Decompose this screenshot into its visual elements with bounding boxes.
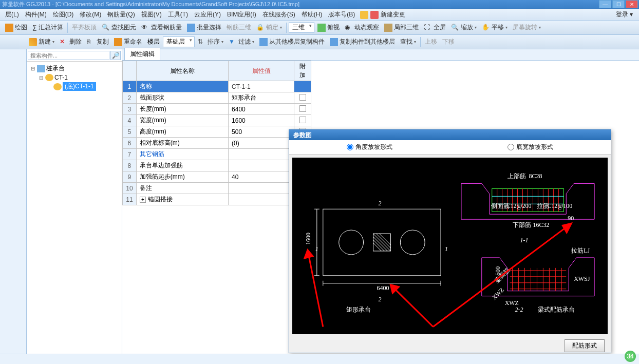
maximize-button[interactable]: ☐ [612,0,625,8]
sort-button[interactable]: ⇅排序▾ [196,36,225,47]
find-button[interactable]: 查找▾ [398,36,418,47]
rename-button[interactable]: 重命名 [112,36,144,47]
new-change-label[interactable]: 新建变更 [381,10,405,19]
menu-component[interactable]: 构件(M) [22,9,50,20]
property-row[interactable]: 3长度(mm)6400 [123,104,311,115]
property-row[interactable]: 5高度(mm)500 [123,126,311,138]
new-change-icon[interactable] [370,11,379,19]
prop-value[interactable] [229,149,294,160]
property-row[interactable]: 7其它钢筋 [123,149,311,160]
pan-button[interactable]: ✋平移▾ [480,22,510,33]
search-box: 🔎 [27,49,122,62]
rebar-3d-button[interactable]: 钢筋三维 [224,22,253,33]
property-row[interactable]: 9加强筋起步(mm)40 [123,171,311,183]
screen-rotate-button[interactable]: 屏幕旋转▾ [511,22,543,33]
property-row[interactable]: 11+锚固搭接 [123,194,311,205]
col-value: 属性值 [229,61,294,81]
prop-value[interactable] [229,160,294,171]
svg-text:2: 2 [378,200,381,207]
copy-to-floor-button[interactable]: 复制构件到其他楼层 [328,36,397,47]
prop-value[interactable]: (0) [229,138,294,149]
menu-cloud[interactable]: 云应用(Y) [191,9,224,20]
menu-bim[interactable]: BIM应用(I) [224,9,259,20]
local-3d-button[interactable]: 局部三维 [382,22,421,33]
property-row[interactable]: 1名称CT-1-1 [123,81,311,92]
radio-width[interactable]: 底宽放坡形式 [508,143,553,151]
move-down-button[interactable]: 下移 [440,36,457,47]
prop-name: +锚固搭接 [136,194,228,205]
summary-button[interactable]: ∑ 汇总计算 [30,22,65,33]
property-row[interactable]: 4宽度(mm)1600 [123,115,311,126]
login-button[interactable]: 登录 ▾ [616,10,633,19]
property-row[interactable]: 8承台单边加强筋 [123,160,311,171]
menu-rebar[interactable]: 钢筋量(Q) [104,9,138,20]
menu-bar: 层(L) 构件(M) 绘图(D) 修改(M) 钢筋量(Q) 视图(V) 工具(T… [0,9,639,21]
view-rebar-button[interactable]: 👁查看钢筋量 [139,22,184,33]
new-button[interactable]: 新建▾ [27,36,57,47]
prop-attach[interactable] [294,115,311,126]
svg-point-1 [339,230,364,255]
prop-name: 其它钢筋 [136,149,228,160]
move-up-button[interactable]: 上移 [423,36,439,47]
menu-draw[interactable]: 绘图(D) [50,9,77,20]
search-go-button[interactable]: 🔎 [110,51,121,60]
prop-value[interactable]: 矩形承台 [229,92,294,104]
radio-angle[interactable]: 角度放坡形式 [347,143,392,151]
menu-online[interactable]: 在线服务(S) [259,9,298,20]
property-row[interactable]: 10备注 [123,183,311,194]
tree-root[interactable]: ⊟桩承台 [28,64,121,73]
menu-tools[interactable]: 工具(T) [165,9,191,20]
fullscreen-icon: ⛶ [424,24,432,32]
close-button[interactable]: ✕ [626,0,638,8]
draw-button[interactable]: 绘图 [3,22,29,33]
flat-top-button[interactable]: 平齐板顶 [70,22,99,33]
lock-button[interactable]: 🔒锁定▾ [254,22,284,33]
prop-value[interactable]: 1600 [229,115,294,126]
tree-ct1[interactable]: ⊟CT-1 [28,73,121,82]
menu-help[interactable]: 帮助(H) [298,9,326,20]
menu-view[interactable]: 视图(V) [138,9,165,20]
prop-attach[interactable] [294,81,311,92]
minimize-button[interactable]: — [599,0,611,8]
prop-value[interactable]: 500 [229,126,294,138]
svg-text:C12@200: C12@200 [506,202,532,209]
export-icon [330,38,338,46]
prop-value[interactable]: 6400 [229,104,294,115]
fullscreen-button[interactable]: ⛶全屏 [422,22,448,33]
svg-text:8C28: 8C28 [529,173,542,180]
prop-value[interactable] [229,194,294,205]
property-row[interactable]: 2截面形状矩形承台 [123,92,311,104]
find-element-button[interactable]: 🔍查找图元 [100,22,138,33]
star-icon[interactable] [360,11,368,19]
rebar-form-button[interactable]: 配筋形式 [565,339,605,352]
prop-value[interactable] [229,183,294,194]
prop-attach[interactable] [294,92,311,104]
checkbox[interactable] [299,105,306,112]
checkbox[interactable] [299,117,306,123]
filter-button[interactable]: ▼过滤▾ [227,36,256,47]
zoom-button[interactable]: 🔍缩放▾ [449,22,479,33]
menu-modify[interactable]: 修改(M) [77,9,104,20]
tab-property[interactable]: 属性编辑 [124,48,160,60]
copy-button[interactable]: ⎘复制 [85,36,111,47]
new-icon [29,38,37,46]
menu-floor[interactable]: 层(L) [2,9,22,20]
top-view-button[interactable]: 俯视 [315,22,342,33]
delete-button[interactable]: ✕删除 [58,36,84,47]
notification-badge[interactable]: 34 [625,351,636,362]
view-3d-select[interactable]: 三维 [289,22,314,33]
checkbox[interactable] [299,94,306,101]
orbit-button[interactable]: ◉动态观察 [343,22,381,33]
floor-select[interactable]: 基础层 [163,36,195,47]
tree-ct1-1[interactable]: (底)CT-1-1 [28,82,121,91]
expand-icon[interactable]: + [140,197,146,203]
prop-attach[interactable] [294,104,311,115]
search-input[interactable] [28,51,109,60]
copy-from-floor-button[interactable]: 从其他楼层复制构件 [257,36,327,47]
menu-version[interactable]: 版本号(B) [325,9,358,20]
prop-value[interactable]: 40 [229,171,294,183]
property-row[interactable]: 6相对底标高(m)(0) [123,138,311,149]
prop-value[interactable]: CT-1-1 [229,81,294,92]
svg-line-72 [308,250,323,327]
batch-select-button[interactable]: 批量选择 [185,22,223,33]
